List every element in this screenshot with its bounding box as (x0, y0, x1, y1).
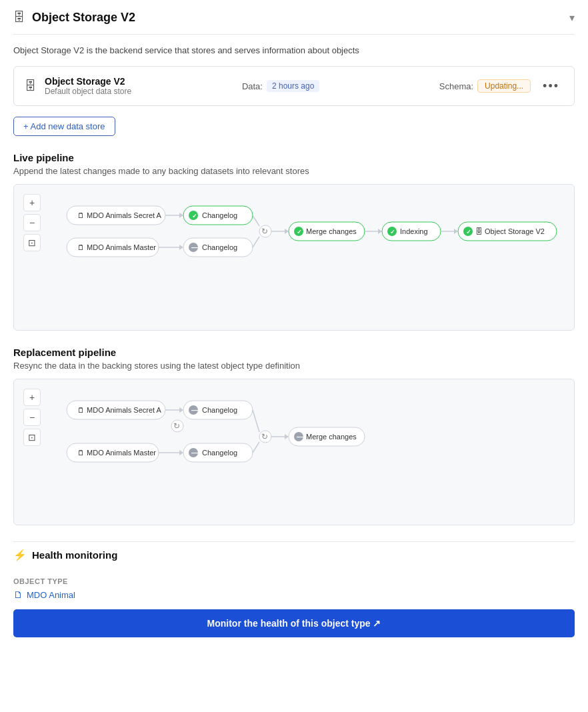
svg-text:—: — (297, 433, 303, 441)
rep-fit-button[interactable]: ⊡ (23, 429, 41, 446)
svg-marker-21 (285, 229, 289, 234)
zoom-in-button[interactable]: + (23, 194, 41, 211)
svg-marker-5 (179, 213, 183, 218)
schema-label: Schema: (439, 81, 473, 91)
store-info: Object Storage V2 Default object data st… (45, 76, 234, 96)
live-pipeline-title: Live pipeline (13, 152, 575, 163)
chevron-down-icon: ▾ (569, 11, 575, 24)
svg-line-18 (253, 215, 259, 226)
svg-text:Changelog: Changelog (202, 406, 237, 414)
svg-text:✓: ✓ (297, 229, 302, 235)
schema-section: Schema: Updating... (439, 79, 531, 93)
replacement-pipeline-canvas: + − ⊡ 🗒 MDO Animals Secret A 🗒 MDO Anima… (13, 379, 575, 525)
health-header: ⚡ Health monitoring (13, 541, 575, 568)
page-description: Object Storage V2 is the backend service… (13, 45, 575, 55)
live-pipeline-description: Append the latest changes made to any ba… (13, 166, 575, 176)
svg-text:↻: ↻ (261, 227, 268, 236)
data-label: Data: (242, 81, 263, 91)
svg-text:—: — (191, 244, 198, 251)
svg-marker-27 (378, 229, 382, 234)
live-pipeline-svg: 🗒 MDO Animals Secret A 🗒 MDO Animals Mas… (60, 201, 567, 267)
health-monitoring-section: ⚡ Health monitoring OBJECT TYPE 🗋 MDO An… (13, 541, 575, 637)
more-options-button[interactable]: ••• (539, 78, 563, 95)
replacement-pipeline-description: Resync the data in the backing stores us… (13, 361, 575, 371)
svg-text:🗒 MDO Animals Master: 🗒 MDO Animals Master (77, 243, 156, 251)
object-type-label: OBJECT TYPE (13, 577, 575, 585)
store-name: Object Storage V2 (45, 76, 234, 87)
storage-icon: 🗄 (13, 11, 25, 25)
svg-line-58 (253, 410, 259, 432)
svg-text:↻: ↻ (261, 432, 268, 441)
replacement-pipeline-svg: 🗒 MDO Animals Secret A 🗒 MDO Animals Mas… (60, 395, 447, 469)
svg-text:✓: ✓ (192, 213, 197, 219)
svg-text:—: — (191, 449, 198, 457)
health-icon: ⚡ (13, 549, 27, 561)
live-pipeline-section: Live pipeline Append the latest changes … (13, 152, 575, 331)
object-type-icon: 🗋 (13, 589, 23, 600)
svg-text:🗒 MDO Animals Secret A: 🗒 MDO Animals Secret A (77, 406, 162, 414)
svg-text:Merge changes: Merge changes (306, 433, 357, 441)
svg-marker-45 (179, 450, 183, 455)
pipeline-controls: + − ⊡ (23, 194, 41, 251)
svg-line-59 (253, 442, 259, 453)
object-type-name: MDO Animal (27, 590, 75, 600)
zoom-out-button[interactable]: − (23, 214, 41, 231)
svg-text:Changelog: Changelog (202, 211, 237, 219)
replacement-pipeline-title: Replacement pipeline (13, 347, 575, 358)
monitor-health-button[interactable]: Monitor the health of this object type ↗ (13, 609, 575, 637)
store-data-meta: Data: 2 hours ago (242, 80, 431, 92)
add-store-button[interactable]: + Add new data store (13, 117, 115, 136)
svg-text:Merge changes: Merge changes (306, 227, 357, 235)
svg-text:Changelog: Changelog (202, 449, 237, 457)
svg-text:🗒 MDO Animals Secret A: 🗒 MDO Animals Secret A (77, 211, 162, 219)
object-type-value: 🗋 MDO Animal (13, 589, 575, 600)
svg-line-19 (253, 237, 259, 247)
svg-text:🗄 Object Storage V2: 🗄 Object Storage V2 (475, 227, 545, 235)
page-title: Object Storage V2 (32, 11, 135, 25)
replacement-pipeline-section: Replacement pipeline Resync the data in … (13, 347, 575, 525)
svg-text:↻: ↻ (173, 421, 180, 431)
object-type-section: OBJECT TYPE 🗋 MDO Animal (13, 577, 575, 600)
svg-marker-33 (454, 229, 458, 234)
replacement-pipeline-controls: + − ⊡ (23, 389, 41, 446)
store-subtitle: Default object data store (45, 87, 234, 96)
svg-text:Indexing: Indexing (400, 227, 428, 235)
svg-text:🗒 MDO Animals Master: 🗒 MDO Animals Master (77, 449, 156, 457)
svg-text:Changelog: Changelog (202, 243, 237, 251)
svg-marker-7 (179, 245, 183, 250)
live-pipeline-canvas: + − ⊡ 🗒 MDO Animals Secret A 🗒 MDO Anima… (13, 184, 575, 331)
svg-text:✓: ✓ (466, 229, 471, 235)
health-title: Health monitoring (32, 549, 117, 561)
svg-marker-61 (285, 434, 289, 439)
rep-zoom-in-button[interactable]: + (23, 389, 41, 406)
data-value-badge: 2 hours ago (267, 80, 319, 92)
rep-zoom-out-button[interactable]: − (23, 409, 41, 426)
svg-marker-43 (179, 407, 183, 413)
data-store-card: 🗄 Object Storage V2 Default object data … (13, 66, 575, 106)
svg-text:✓: ✓ (390, 229, 395, 235)
store-db-icon: 🗄 (25, 79, 37, 93)
svg-text:—: — (191, 407, 198, 414)
schema-status-badge: Updating... (477, 79, 531, 93)
fit-button[interactable]: ⊡ (23, 234, 41, 251)
